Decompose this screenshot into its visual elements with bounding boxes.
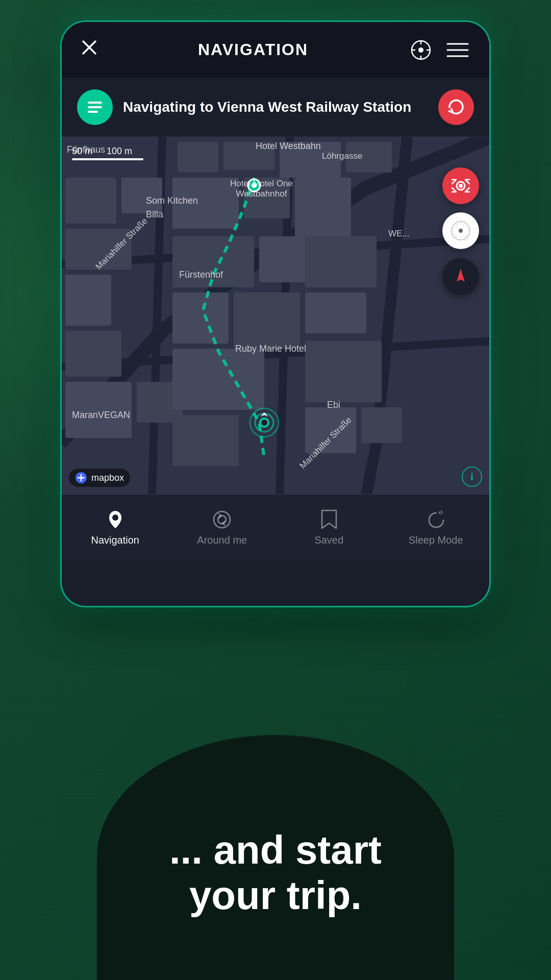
map-info-button[interactable]: i [462,467,482,487]
mapbox-logo: mapbox [69,469,130,487]
svg-point-52 [112,514,118,521]
bottom-tab-bar: Navigation Around me Saved [62,494,489,560]
svg-rect-11 [88,102,102,104]
label-ebi: Ebi [327,400,340,410]
destination-text: Navigating to Vienna West Railway Statio… [123,98,428,116]
bottom-section: ... and start your trip. [0,612,551,980]
around-me-tab-label: Around me [197,534,247,546]
svg-rect-35 [305,236,377,287]
navigation-tab-icon [105,509,126,530]
label-hotel-motel: Hotel Motel OneWestbahnhof [230,179,293,199]
svg-rect-23 [65,331,121,377]
tab-around-me[interactable]: Around me [169,501,276,554]
label-maranvegan: MaranVEGAN [72,410,130,421]
tab-saved[interactable]: Saved [276,501,383,554]
scale-line [72,158,143,160]
svg-rect-15 [178,142,218,173]
map-container[interactable]: Fünfhaus Hotel Westbahn Löhrgasse Hotel … [62,137,489,494]
saved-tab-label: Saved [314,534,343,546]
app-title: NAVIGATION [198,40,308,59]
svg-point-3 [418,47,423,53]
navigation-tab-label: Navigation [91,534,139,546]
scale-bar: 50 m 100 m [72,146,143,160]
label-lohrgasse: Löhrgasse [322,151,362,161]
tab-navigation[interactable]: Navigation [62,501,169,554]
svg-rect-36 [305,292,366,333]
destination-icon [77,89,113,125]
svg-point-49 [459,229,463,233]
tab-sleep-mode[interactable]: Sleep Mode [383,501,490,554]
svg-rect-12 [88,106,102,108]
label-ruby-hotel: Ruby Marie Hotel [235,344,306,354]
compass-button[interactable] [442,212,479,249]
svg-rect-22 [65,275,111,326]
menu-icon[interactable] [444,37,471,63]
mapbox-label: mapbox [91,473,124,483]
sleep-mode-tab-icon [425,509,446,530]
app-header: NAVIGATION [62,22,489,78]
svg-rect-13 [88,111,98,113]
saved-tab-icon [318,509,340,530]
nav-arrow-button[interactable] [442,258,479,295]
svg-rect-37 [305,341,382,402]
scale-label-50: 50 m [72,146,92,157]
ar-vision-button[interactable] [442,167,479,204]
reload-button[interactable] [438,89,474,125]
label-som-kitchen: Som Kitchen [146,195,198,206]
sleep-mode-tab-label: Sleep Mode [409,534,463,546]
svg-rect-39 [361,407,402,443]
bottom-text-line2: your trip. [169,873,382,919]
navigation-banner: Navigating to Vienna West Railway Statio… [62,78,489,137]
bottom-text-container: ... and start your trip. [139,827,412,919]
scale-label-100: 100 m [107,146,132,157]
svg-point-53 [214,511,230,528]
bottom-text-line1: ... and start [169,827,382,873]
label-furstenhof: Fürstenhof [179,270,223,280]
svg-point-47 [459,184,463,188]
location-icon[interactable] [408,37,434,63]
label-billa: Billa [146,209,163,220]
svg-rect-28 [295,178,351,239]
svg-rect-19 [65,178,116,224]
close-button[interactable] [80,38,98,61]
header-actions [408,37,471,63]
label-hotel-westbahn: Hotel Westbahn [256,141,321,152]
svg-rect-33 [172,349,264,410]
info-label: i [470,471,473,483]
svg-rect-32 [234,292,300,349]
phone-frame: NAVIGATION [60,20,491,607]
svg-point-43 [261,420,267,426]
svg-point-54 [218,516,226,524]
label-westgurtel: WE... [388,229,410,239]
svg-rect-34 [172,415,239,466]
svg-rect-31 [172,292,229,344]
around-me-tab-icon [211,509,233,530]
